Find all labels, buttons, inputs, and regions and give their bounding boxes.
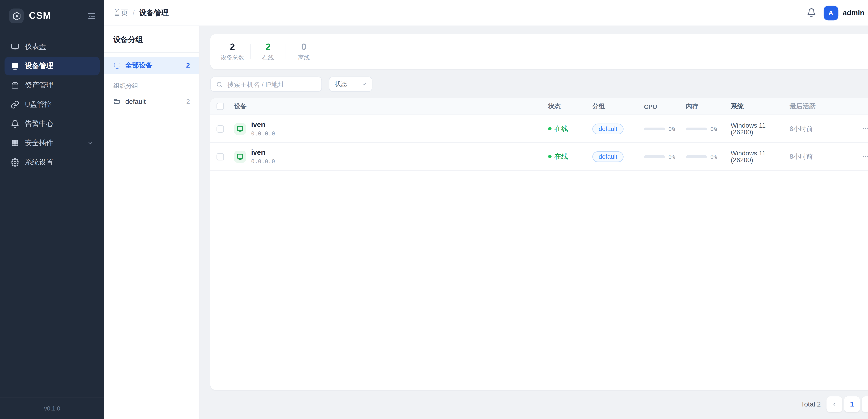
row-actions-ellipsis-icon[interactable] [862, 152, 868, 160]
sidebar-nav: 仪表盘 设备管理 资产管理 U盘管控 告警中心 安全插件 系统设置 [0, 32, 104, 177]
topbar-right: A admin [807, 5, 868, 20]
stat-label: 离线 [298, 54, 310, 62]
sidebar-item-settings[interactable]: 系统设置 [4, 153, 100, 172]
sidebar-item-usb[interactable]: U盘管控 [4, 95, 100, 114]
pagination-prev-button[interactable] [827, 396, 842, 412]
row-actions-ellipsis-icon[interactable] [862, 125, 868, 133]
groups-panel-title: 设备分组 [104, 26, 199, 53]
right-column: 首页 / 设备管理 A admin [104, 0, 868, 419]
grid-icon [11, 139, 19, 147]
groups-section-label: 组织分组 [104, 73, 199, 93]
memory-progress-bar [686, 155, 707, 158]
table-row[interactable]: iven 0.0.0.0 在线 default 0% 0% Windows 11… [210, 115, 868, 143]
sidebar-item-assets[interactable]: 资产管理 [4, 76, 100, 95]
brand-logo-icon [9, 8, 24, 23]
groups-list: 全部设备 2 组织分组 default 2 [104, 53, 199, 110]
logo-row: CSM [0, 0, 104, 32]
row-checkbox[interactable] [216, 153, 224, 160]
column-header-3: CPU [644, 103, 686, 110]
breadcrumb-home-link[interactable]: 首页 [113, 8, 128, 18]
table-header-row: 设备状态分组CPU内存系统最后活跃 [210, 98, 868, 115]
user-menu[interactable]: A admin [824, 5, 868, 20]
folder-icon [113, 98, 121, 105]
stat-label: 在线 [262, 54, 274, 62]
pagination: Total 2 1 [210, 396, 868, 412]
sidebar-collapse-icon[interactable] [87, 11, 96, 21]
column-header-0: 设备 [229, 102, 548, 111]
toolbar: 状态 [210, 77, 868, 92]
search-icon [216, 81, 223, 88]
memory-progress-bar [686, 127, 707, 130]
column-header-6: 最后活跃 [790, 102, 843, 111]
main-content: 2 设备总数 2 在线 0 离线 状态 [199, 26, 868, 419]
search-box [210, 77, 322, 92]
cpu-progress-bar [644, 127, 665, 130]
row-checkbox[interactable] [216, 125, 224, 132]
user-name: admin [843, 8, 865, 17]
sidebar-item-dashboard[interactable]: 仪表盘 [4, 37, 100, 56]
stat-item: 0 离线 [286, 42, 321, 61]
device-ip: 0.0.0.0 [251, 130, 275, 137]
group-item[interactable]: default 2 [104, 94, 199, 110]
pagination-next-button[interactable] [862, 396, 868, 412]
memory-percent: 0% [710, 125, 717, 132]
avatar: A [824, 5, 838, 20]
online-status-dot [548, 127, 552, 130]
group-item-all-devices[interactable]: 全部设备 2 [104, 57, 199, 74]
cpu-progress-bar [644, 155, 665, 158]
group-count: 2 [186, 61, 190, 69]
search-input[interactable] [226, 80, 316, 88]
org-groups: default 2 [104, 94, 199, 110]
monitor-icon [113, 61, 121, 69]
monitor-icon [11, 42, 19, 51]
device-monitor-icon [234, 123, 246, 135]
box-icon [11, 81, 19, 90]
stat-item: 2 设备总数 [215, 42, 250, 61]
last-active-label: 8小时前 [790, 124, 843, 133]
chevron-down-icon [87, 140, 94, 146]
online-status-dot [548, 155, 552, 158]
gear-icon [11, 158, 19, 167]
group-count: 2 [186, 98, 190, 105]
devices-table: 设备状态分组CPU内存系统最后活跃 iven 0.0.0.0 在线 defaul… [210, 98, 868, 390]
memory-percent: 0% [710, 153, 717, 159]
stat-value: 2 [230, 42, 235, 52]
stat-value: 0 [301, 42, 306, 52]
bell-icon [11, 120, 19, 128]
sidebar-item-plugins[interactable]: 安全插件 [4, 134, 100, 153]
sidebar-footer: v0.1.0 [0, 397, 104, 419]
stat-label: 设备总数 [220, 54, 244, 62]
stat-item: 2 在线 [250, 42, 286, 61]
pagination-buttons: 1 [827, 396, 868, 412]
select-all-checkbox[interactable] [216, 102, 224, 110]
group-badge: default [592, 123, 624, 134]
sidebar: CSM 仪表盘 设备管理 资产管理 U盘管控 告警中心 [0, 0, 104, 419]
os-label: Windows 11 (26200) [731, 150, 790, 163]
pagination-page-1[interactable]: 1 [844, 396, 860, 412]
sidebar-item-alerts[interactable]: 告警中心 [4, 115, 100, 133]
device-ip: 0.0.0.0 [251, 158, 275, 164]
sidebar-item-devices[interactable]: 设备管理 [4, 57, 100, 76]
device-monitor-icon [234, 151, 246, 162]
cpu-percent: 0% [669, 153, 675, 159]
chevron-down-icon [362, 82, 367, 87]
group-label: 全部设备 [125, 60, 182, 70]
column-header-1: 状态 [548, 102, 592, 111]
topbar: 首页 / 设备管理 A admin [104, 0, 868, 26]
table-row[interactable]: iven 0.0.0.0 在线 default 0% 0% Windows 11… [210, 143, 868, 171]
pagination-total: Total 2 [801, 400, 821, 408]
device-name: iven [251, 149, 275, 157]
notifications-bell-icon[interactable] [807, 8, 816, 18]
group-badge: default [592, 151, 624, 162]
brand-name: CSM [29, 10, 82, 22]
column-header-5: 系统 [731, 102, 790, 111]
column-header-4: 内存 [686, 102, 731, 111]
status-filter-select[interactable]: 状态 [329, 77, 372, 92]
breadcrumb: 首页 / 设备管理 [113, 8, 169, 18]
stats-card: 2 设备总数 2 在线 0 离线 [210, 34, 868, 69]
app-root: CSM 仪表盘 设备管理 资产管理 U盘管控 告警中心 [0, 0, 868, 419]
breadcrumb-separator: / [133, 8, 135, 17]
column-header-2: 分组 [592, 102, 644, 111]
link-icon [11, 100, 19, 109]
breadcrumb-current: 设备管理 [139, 8, 169, 18]
